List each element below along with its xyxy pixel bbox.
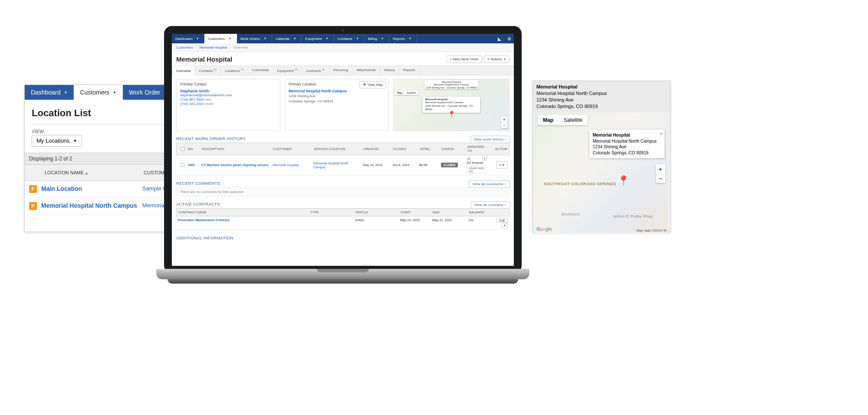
location-link[interactable]: Memorial Hospital North Campus: [41, 202, 138, 209]
tab-dashboard[interactable]: Dashboard ▼: [25, 85, 74, 100]
col-total[interactable]: TOTAL: [420, 147, 440, 151]
nav-reports[interactable]: Reports▼: [389, 34, 417, 43]
nav-label: Dashboard: [175, 37, 192, 41]
show-more-button[interactable]: show more (1): [467, 166, 487, 173]
map-btn-satellite[interactable]: Satellite: [404, 91, 418, 95]
wo-number-link[interactable]: 1002: [187, 163, 200, 167]
contact-phone-mobile[interactable]: (719) 222-2222: [180, 102, 204, 106]
col-status[interactable]: STATUS: [355, 210, 399, 214]
nav-equipment[interactable]: Equipment▼: [302, 34, 334, 43]
tab-contacts[interactable]: Contacts(1): [195, 66, 221, 75]
tab-contracts[interactable]: Contracts(1): [302, 66, 329, 75]
assigned-dropdown[interactable]: ▾: [482, 156, 487, 161]
nav-dashboard[interactable]: Dashboard▼: [172, 34, 204, 43]
nav-customers[interactable]: Customers▼: [204, 34, 237, 43]
map-btn-map[interactable]: Map: [538, 115, 559, 125]
tab-overview[interactable]: Overview: [172, 66, 195, 75]
view-more-history-button[interactable]: View more history ›: [470, 136, 510, 143]
close-icon[interactable]: ×: [660, 131, 663, 137]
col-balance[interactable]: BALANCE: [469, 210, 495, 214]
tab-comments[interactable]: Comments: [248, 66, 273, 75]
tab-locations[interactable]: Locations(1): [221, 66, 248, 75]
map-attribution: Map data ©2019 Te: [636, 229, 667, 232]
nav-calendar[interactable]: Calendar▼: [272, 34, 302, 43]
gear-icon[interactable]: ⚙: [504, 34, 514, 43]
wo-customer-link[interactable]: Memorial Hospital: [273, 163, 312, 167]
col-created[interactable]: CREATED: [363, 147, 391, 151]
col-start[interactable]: START: [401, 210, 431, 214]
contract-name-link[interactable]: Preventive Maintenance Contract: [178, 218, 308, 228]
map-address-header: Memorial Hospital Memorial Hospital Nort…: [533, 81, 670, 112]
chevron-down-icon[interactable]: ▼: [113, 91, 116, 95]
map-label: Stratmoor: [561, 212, 580, 216]
col-no[interactable]: NO.: [188, 147, 200, 151]
row-action-menu[interactable]: ≡ ▾: [496, 161, 508, 169]
crumb-memorial[interactable]: Memorial Hospital: [199, 46, 227, 49]
col-closed[interactable]: CLOSED: [393, 147, 418, 151]
view-dropdown[interactable]: My Locations ▼: [32, 135, 82, 147]
col-action[interactable]: ACTION: [488, 147, 507, 151]
col-location-name[interactable]: LOCATION NAME: [45, 170, 139, 175]
contact-phone-main[interactable]: (719) 867-5309: [180, 98, 204, 101]
view-map-button[interactable]: 👁 View Map: [359, 81, 386, 88]
chevron-down-icon[interactable]: ▼: [324, 37, 330, 40]
zoom-out-button[interactable]: −: [656, 174, 665, 183]
tab-label: Locations: [225, 69, 240, 73]
chevron-down-icon[interactable]: ▼: [262, 37, 268, 40]
col-end[interactable]: END: [433, 210, 467, 214]
map-canvas[interactable]: Map Satellite × Memorial Hospital Memori…: [535, 112, 668, 233]
col-assigned[interactable]: ASSIGNED TO: [467, 145, 487, 153]
tab-label: Overview: [176, 69, 191, 73]
nav-label: Contracts: [338, 37, 352, 41]
map-btn-satellite[interactable]: Satellite: [559, 115, 588, 125]
col-type[interactable]: TYPE: [310, 210, 354, 214]
col-service-loc[interactable]: SERVICE LOCATION: [314, 147, 362, 151]
zoom-in-button[interactable]: +: [501, 117, 507, 122]
wo-total: $0.00: [419, 163, 439, 167]
chevron-down-icon[interactable]: ▼: [407, 37, 413, 40]
tab-badge: (1): [241, 68, 244, 71]
edit-button[interactable]: Edit: [496, 218, 508, 223]
phone-label: mobile: [205, 102, 214, 105]
chevron-down-icon[interactable]: ▼: [194, 37, 201, 40]
chevron-down-icon[interactable]: ▼: [227, 37, 233, 40]
view-all-contracts-button[interactable]: View all contracts ›: [471, 201, 510, 209]
contact-email-link[interactable]: stephsemail@memorialnorth.com: [180, 93, 276, 97]
chevron-down-icon[interactable]: ▼: [354, 37, 361, 40]
col-desc[interactable]: DESCRIPTION: [202, 147, 271, 151]
mini-map[interactable]: Memorial Hospital Memorial Hospital Nort…: [393, 79, 510, 131]
tab-recurring[interactable]: Recurring: [329, 66, 353, 75]
col-customer[interactable]: CUSTOMER: [273, 147, 312, 151]
col-name[interactable]: CONTRACT NAME: [178, 210, 309, 214]
location-link[interactable]: Main Location: [41, 185, 138, 192]
row-checkbox[interactable]: [181, 163, 184, 167]
new-work-order-button[interactable]: + New Work Order: [447, 56, 482, 63]
zoom-out-button[interactable]: −: [501, 123, 507, 128]
chevron-down-icon[interactable]: ▼: [379, 37, 385, 40]
crumb-customers[interactable]: Customers: [176, 46, 193, 49]
contract-dropdown[interactable]: ▾: [502, 223, 508, 228]
tab-equipment[interactable]: Equipment(2): [273, 66, 302, 75]
tab-history[interactable]: History: [380, 66, 399, 75]
tab-customers[interactable]: Customers ▼: [74, 85, 123, 100]
nav-contracts[interactable]: Contracts▼: [334, 34, 365, 43]
tab-attachments[interactable]: Attachments: [352, 66, 380, 75]
nav-label: Calendar: [276, 37, 289, 41]
wo-desc-link[interactable]: CT Machine electric panel requiring serv…: [201, 163, 271, 167]
wo-loc-link[interactable]: Memorial Hospital North Campus: [313, 161, 361, 169]
select-all-checkbox[interactable]: [181, 147, 185, 151]
bookmark-icon[interactable]: ◣: [495, 34, 504, 43]
actions-dropdown[interactable]: ≡ Actions ▼: [484, 56, 510, 63]
contact-name-link[interactable]: Stephanie Smith: [180, 89, 276, 93]
zoom-in-button[interactable]: +: [656, 164, 665, 173]
chevron-down-icon[interactable]: ▼: [64, 91, 68, 95]
tab-reports[interactable]: Reports: [399, 66, 420, 75]
chevron-down-icon[interactable]: ▼: [291, 37, 298, 40]
nav-work-orders[interactable]: Work Orders▼: [237, 34, 272, 43]
wo-closed: Jun 6, 2019: [392, 163, 418, 167]
nav-billing[interactable]: Billing▼: [365, 34, 389, 43]
map-btn-map[interactable]: Map: [395, 91, 404, 95]
location-name-link[interactable]: Memorial Hospital North Campus: [289, 89, 385, 93]
view-all-comments-button[interactable]: View all comments ›: [469, 180, 510, 188]
col-status[interactable]: STATUS: [441, 147, 466, 151]
